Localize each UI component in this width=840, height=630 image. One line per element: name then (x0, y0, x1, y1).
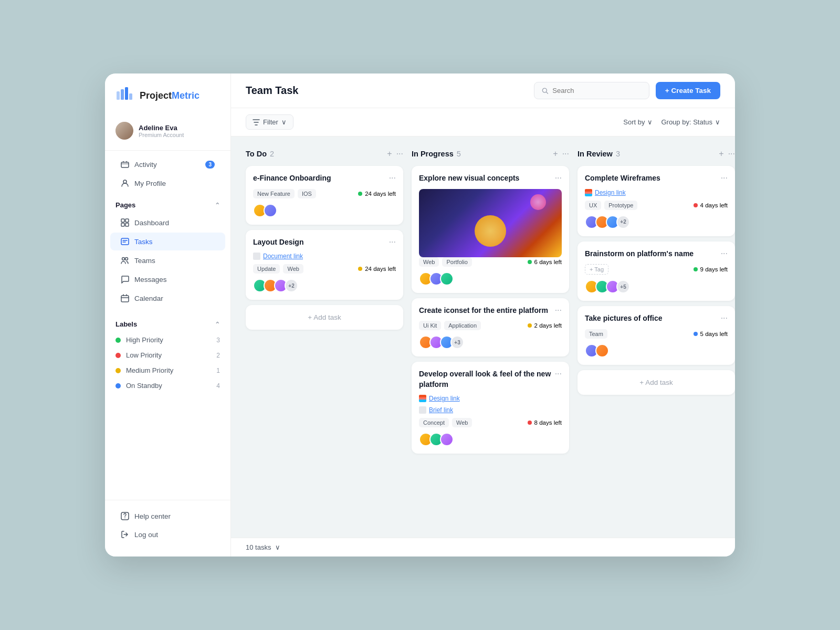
tag-portfolio: Portfolio (442, 257, 471, 267)
card-develop-design-link[interactable]: Design link (419, 395, 562, 402)
card-develop-header: Develop overall look & feel of the new p… (419, 369, 562, 390)
col-progress-header: In Progress 5 + ··· (412, 147, 569, 161)
card-develop-menu[interactable]: ··· (555, 369, 562, 379)
sidebar-item-teams[interactable]: Teams (110, 251, 225, 269)
messages-icon (121, 275, 129, 284)
logout-item[interactable]: Log out (110, 526, 225, 543)
sidebar-item-profile[interactable]: My Profile (110, 174, 225, 192)
card-explore-menu[interactable]: ··· (555, 173, 562, 183)
card-efinance-menu[interactable]: ··· (389, 173, 396, 183)
tag-ios: IOS (298, 189, 316, 198)
filter-button[interactable]: Filter ∨ (246, 114, 293, 130)
card-develop-footer (419, 433, 562, 446)
card-layout-tags: Update Web 24 days left (253, 264, 396, 274)
column-in-review: In Review 3 + ··· Complete Wireframes ··… (578, 147, 735, 527)
sort-button[interactable]: Sort by ∨ (623, 118, 653, 126)
help-center-item[interactable]: Help center (110, 507, 225, 525)
svg-rect-2 (125, 87, 128, 100)
filter-label: Filter (263, 118, 278, 126)
activity-badge: 3 (205, 161, 215, 169)
label-on-standby[interactable]: On Standby 4 (105, 378, 230, 393)
col-todo-menu[interactable]: ··· (396, 149, 403, 159)
card-layout-menu[interactable]: ··· (389, 237, 396, 247)
doc-icon (253, 253, 260, 260)
label-low-priority[interactable]: Low Priority 2 (105, 348, 230, 363)
group-button[interactable]: Group by: Status ∨ (661, 118, 720, 126)
days-left-develop: 8 days left (528, 419, 562, 426)
col-review-menu[interactable]: ··· (728, 149, 735, 159)
page-title: Team Task (246, 85, 298, 97)
pages-chevron[interactable]: ⌃ (215, 202, 220, 209)
calendar-icon (121, 294, 129, 302)
tag-new-feature: New Feature (253, 189, 295, 198)
days-left-explore: 6 days left (528, 259, 562, 265)
card-develop: Develop overall look & feel of the new p… (412, 362, 569, 454)
svg-rect-7 (125, 219, 129, 222)
svg-rect-9 (125, 223, 129, 226)
card-wireframes-link[interactable]: Design link (585, 189, 728, 196)
sidebar-item-messages[interactable]: Messages (110, 270, 225, 288)
card-pictures-footer (585, 344, 728, 358)
days-left-efinance: 24 days left (358, 191, 396, 197)
tag-web: Web (283, 264, 303, 274)
days-left-brainstorm: 9 days left (694, 266, 728, 272)
card-iconset-footer: +3 (419, 335, 562, 349)
board-footer: 10 tasks ∨ (231, 538, 735, 556)
svg-rect-6 (121, 219, 124, 222)
card-wireframes-menu[interactable]: ··· (721, 173, 728, 183)
labels-chevron[interactable]: ⌃ (215, 321, 220, 328)
svg-rect-13 (121, 296, 129, 302)
sidebar-item-tasks[interactable]: Tasks (110, 233, 225, 250)
pages-section-header: Pages ⌃ (105, 193, 230, 213)
logo-text: ProjectMetric (140, 90, 200, 101)
help-label: Help center (134, 512, 171, 520)
card-develop-brief-link[interactable]: Brief link (419, 406, 562, 414)
label-medium-priority[interactable]: Medium Priority 1 (105, 363, 230, 378)
col-review-add[interactable]: + (719, 149, 723, 159)
card-layout-link[interactable]: Document link (253, 253, 396, 260)
card-brainstorm-menu[interactable]: ··· (721, 249, 728, 258)
sidebar-item-dashboard[interactable]: Dashboard (110, 214, 225, 232)
card-brainstorm-avatars: +5 (585, 280, 630, 293)
sidebar-item-calendar[interactable]: Calendar (110, 289, 225, 307)
search-icon (542, 87, 548, 94)
card-brainstorm-tags: + Tag 9 days left (585, 264, 728, 275)
labels-section-header: Labels ⌃ (105, 312, 230, 332)
create-task-button[interactable]: + Create Task (656, 82, 720, 99)
col-todo-add[interactable]: + (387, 149, 392, 159)
sidebar-item-activity[interactable]: Activity 3 (110, 155, 225, 173)
profile-icon (121, 179, 129, 187)
col-todo-header: To Do 2 + ··· (246, 147, 403, 161)
card-brainstorm-title: Brainstorm on platform's name (585, 249, 694, 259)
tag-application: Application (444, 321, 481, 330)
sort-label: Sort by (623, 118, 645, 126)
col-progress-menu[interactable]: ··· (562, 149, 569, 159)
card-iconset-menu[interactable]: ··· (555, 306, 562, 315)
medium-priority-label: Medium Priority (126, 366, 173, 374)
col-review-title: In Review 3 (578, 150, 620, 158)
add-task-review[interactable]: + Add task (578, 370, 735, 395)
col-progress-title: In Progress 5 (412, 150, 461, 158)
card-iconset-tags: Ui Kit Application 2 days left (419, 321, 562, 330)
svg-point-11 (122, 258, 125, 260)
add-task-todo[interactable]: + Add task (246, 305, 403, 330)
toolbar-right: Sort by ∨ Group by: Status ∨ (623, 118, 720, 126)
card-efinance: e-Finance Onboarding ··· New Feature IOS… (246, 166, 403, 225)
card-brainstorm-footer: +5 (585, 280, 728, 293)
days-left-layout: 24 days left (358, 266, 396, 272)
filter-icon (253, 119, 260, 125)
profile-label: My Profile (134, 180, 166, 187)
avatar-extra: +2 (285, 279, 298, 292)
group-label: Group by: Status (661, 118, 712, 126)
label-high-priority[interactable]: High Priority 3 (105, 332, 230, 348)
col-progress-add[interactable]: + (553, 149, 558, 159)
card-layout: Layout Design ··· Document link Update W… (246, 230, 403, 300)
medium-priority-count: 1 (216, 367, 220, 374)
card-pictures-menu[interactable]: ··· (721, 313, 728, 323)
search-input[interactable] (552, 87, 642, 94)
card-explore-title: Explore new visual concepts (419, 173, 519, 184)
card-develop-tags: Concept Web 8 days left (419, 418, 562, 427)
col-review-header: In Review 3 + ··· (578, 147, 735, 161)
search-box[interactable] (534, 82, 649, 99)
tag-add[interactable]: + Tag (585, 264, 608, 275)
